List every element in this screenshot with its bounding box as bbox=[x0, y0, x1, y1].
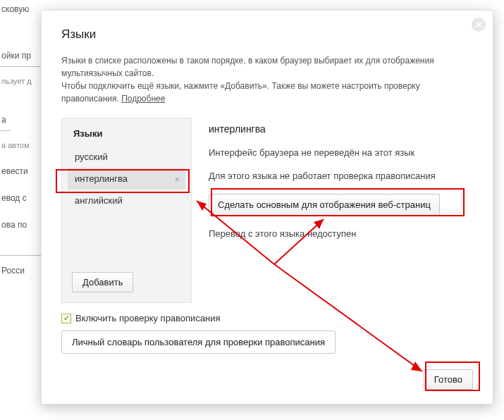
language-item-english[interactable]: английский bbox=[68, 190, 185, 211]
learn-more-link[interactable]: Подробнее bbox=[121, 94, 165, 104]
make-primary-button[interactable]: Сделать основным для отображения веб-стр… bbox=[209, 194, 440, 216]
done-button[interactable]: Готово bbox=[424, 369, 473, 390]
checkbox-icon[interactable]: ✓ bbox=[61, 314, 71, 323]
close-icon[interactable]: × bbox=[472, 18, 486, 32]
bg-text: а bbox=[0, 111, 41, 129]
detail-translation-unavailable: Перевод с этого языка недоступен bbox=[209, 228, 473, 239]
language-label: английский bbox=[75, 195, 123, 206]
bg-text: ойки пр bbox=[0, 47, 41, 65]
intro-text: Языки в списке расположены в таком поряд… bbox=[61, 56, 434, 78]
language-detail: интерлингва Интерфейс браузера не переве… bbox=[209, 118, 473, 303]
bg-text: сковую bbox=[0, 0, 41, 18]
detail-heading: интерлингва bbox=[209, 123, 473, 135]
dialog-title: Языки bbox=[61, 27, 473, 42]
detail-ui-translation: Интерфейс браузера не переведён на этот … bbox=[209, 147, 473, 158]
language-item-interlingua[interactable]: интерлингва × bbox=[68, 168, 185, 190]
remove-language-icon[interactable]: × bbox=[174, 173, 180, 184]
language-list-header: Языки bbox=[73, 128, 180, 139]
intro-text: Чтобы подключить ещё языки, нажмите «Доб… bbox=[61, 81, 420, 104]
language-label: русский bbox=[75, 152, 108, 162]
language-label: интерлингва bbox=[75, 173, 128, 184]
background-settings: сковую ойки пр льзует д а а автом евести… bbox=[0, 0, 41, 420]
bg-text: Росси bbox=[0, 261, 41, 280]
bg-text: евести bbox=[0, 162, 41, 180]
bg-text: ова по bbox=[0, 216, 41, 234]
personal-dictionary-button[interactable]: Личный словарь пользователя для проверки… bbox=[61, 331, 336, 354]
bg-text: евод с bbox=[0, 189, 41, 207]
dialog-intro: Языки в списке расположены в таком поряд… bbox=[61, 54, 456, 105]
language-list: Языки русский интерлингва × английский Д… bbox=[61, 118, 192, 303]
language-item-russian[interactable]: русский bbox=[68, 146, 185, 168]
spellcheck-toggle-label: Включить проверку правописания bbox=[75, 313, 221, 323]
bg-text: а автом bbox=[0, 137, 41, 154]
languages-dialog: × Языки Языки в списке расположены в так… bbox=[41, 10, 493, 404]
bg-text: льзует д bbox=[0, 73, 41, 89]
add-language-button[interactable]: Добавить bbox=[72, 272, 133, 292]
spellcheck-toggle-row[interactable]: ✓ Включить проверку правописания bbox=[61, 313, 473, 323]
svg-marker-5 bbox=[411, 362, 422, 371]
detail-spellcheck: Для этого языка не работает проверка пра… bbox=[209, 171, 473, 181]
